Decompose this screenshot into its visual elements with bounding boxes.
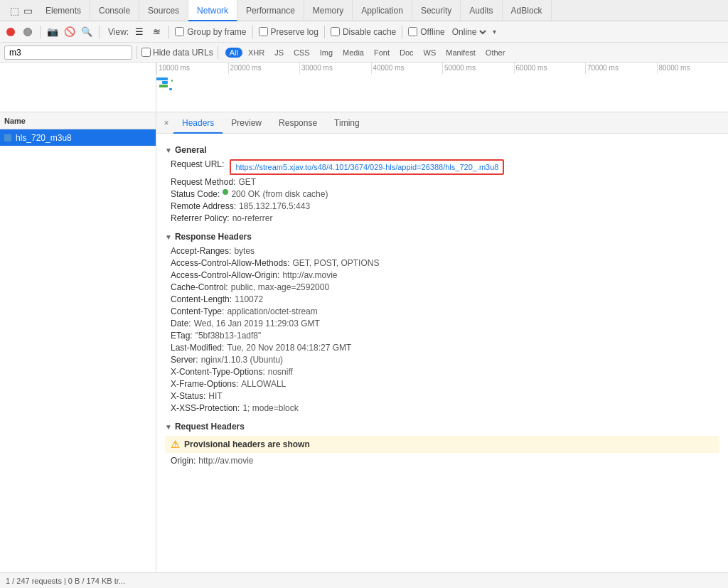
preserve-log-checkbox[interactable]: Preserve log — [259, 27, 318, 37]
details-tabs: × Headers Preview Response Timing — [156, 112, 728, 134]
last-modified-row: Last-Modified: Tue, 20 Nov 2018 04:18:27… — [165, 343, 719, 353]
filter-tag-manifest[interactable]: Manifest — [441, 48, 480, 58]
tab-sources[interactable]: Sources — [139, 0, 188, 21]
tab-security[interactable]: Security — [412, 0, 461, 21]
timeline-ruler: 10000 ms 20000 ms 30000 ms 40000 ms 5000… — [156, 63, 728, 74]
ruler-mark-0: 10000 ms — [156, 63, 228, 74]
filter-tag-xhr[interactable]: XHR — [244, 48, 269, 58]
response-headers-section-header[interactable]: ▼ Response Headers — [165, 232, 719, 242]
tab-headers[interactable]: Headers — [173, 112, 223, 134]
throttle-arrow: ▾ — [493, 28, 496, 36]
tab-timing[interactable]: Timing — [326, 112, 368, 134]
xxss-row: X-XSS-Protection: 1; mode=block — [165, 403, 719, 413]
hide-data-urls-input[interactable] — [141, 48, 151, 57]
tab-elements[interactable]: Elements — [37, 0, 90, 21]
disable-cache-input[interactable] — [331, 27, 340, 36]
filter-tag-other[interactable]: Other — [481, 48, 510, 58]
group-by-frame-checkbox[interactable]: Group by frame — [175, 27, 246, 37]
tab-preview[interactable]: Preview — [223, 112, 270, 134]
hide-data-urls-checkbox[interactable]: Hide data URLs — [141, 48, 213, 58]
date-key: Date: — [171, 319, 191, 328]
etag-row: ETag: "5bf38b13-1adf8" — [165, 331, 719, 341]
ruler-mark-3: 40000 ms — [371, 63, 443, 74]
xfo-key: X-Frame-Options: — [171, 379, 238, 389]
list-view-button[interactable]: ☰ — [133, 26, 146, 38]
remote-address-key: Remote Address: — [171, 201, 236, 211]
filter-tag-all[interactable]: All — [225, 48, 242, 58]
xstatus-row: X-Status: HIT — [165, 391, 719, 401]
xcto-value: nosniff — [268, 367, 293, 377]
tab-network[interactable]: Network — [188, 0, 237, 21]
details-close-button[interactable]: × — [159, 116, 173, 130]
xcto-key: X-Content-Type-Options: — [171, 367, 265, 377]
tab-response[interactable]: Response — [270, 112, 326, 134]
device-icon[interactable]: ▭ — [23, 5, 33, 16]
filter-tag-media[interactable]: Media — [338, 48, 368, 58]
acao-row: Access-Control-Allow-Origin: http://av.m… — [165, 270, 719, 280]
request-url-key: Request URL: — [171, 159, 224, 169]
offline-label: Offline — [420, 27, 444, 37]
group-by-frame-input[interactable] — [175, 27, 184, 36]
filter-tag-font[interactable]: Font — [370, 48, 394, 58]
record-icon — [6, 28, 15, 36]
warning-icon: ⚠ — [171, 439, 180, 450]
timeline-chart: 10000 ms 20000 ms 30000 ms 40000 ms 5000… — [156, 63, 728, 112]
etag-key: ETag: — [171, 331, 193, 341]
stop-icon — [23, 28, 32, 36]
tab-console[interactable]: Console — [90, 0, 139, 21]
origin-row: Origin: http://av.movie — [165, 456, 719, 466]
throttle-select[interactable]: Online — [449, 26, 488, 38]
camera-button[interactable]: 📷 — [46, 26, 59, 38]
request-url-value[interactable]: https://stream5.xjav.to/s48/4.101/3674/0… — [230, 159, 504, 175]
inspect-icon[interactable]: ⬚ — [10, 5, 19, 16]
search-input[interactable] — [4, 46, 132, 60]
ruler-mark-1: 20000 ms — [228, 63, 300, 74]
status-bar: 1 / 247 requests | 0 B / 174 KB tr... — [0, 572, 728, 588]
tab-audits[interactable]: Audits — [461, 0, 502, 21]
origin-value: http://av.movie — [198, 456, 253, 466]
request-item-hls[interactable]: hls_720_m3u8 — [0, 129, 156, 146]
filter-tag-css[interactable]: CSS — [289, 48, 314, 58]
last-modified-key: Last-Modified: — [171, 343, 224, 353]
filter-tag-img[interactable]: Img — [316, 48, 337, 58]
offline-input[interactable] — [408, 27, 417, 36]
devtools-tabs: ⬚ ▭ Elements Console Sources Network Per… — [0, 0, 728, 21]
acao-key: Access-Control-Allow-Origin: — [171, 270, 279, 280]
acam-value: GET, POST, OPTIONS — [292, 258, 379, 268]
search-button[interactable]: 🔍 — [80, 26, 93, 38]
clear-button[interactable]: 🚫 — [63, 26, 76, 38]
request-item-label: hls_720_m3u8 — [16, 133, 72, 143]
tab-performance[interactable]: Performance — [237, 0, 304, 21]
filter-tag-js[interactable]: JS — [270, 48, 288, 58]
tab-memory[interactable]: Memory — [304, 0, 353, 21]
ruler-mark-7: 80000 ms — [657, 63, 729, 74]
response-headers-arrow: ▼ — [165, 233, 172, 241]
headers-content: ▼ General Request URL: https://stream5.x… — [156, 134, 728, 474]
offline-checkbox[interactable]: Offline — [408, 27, 444, 37]
request-headers-section-header[interactable]: ▼ Request Headers — [165, 422, 719, 432]
content-type-key: Content-Type: — [171, 306, 224, 316]
filter-tag-ws[interactable]: WS — [419, 48, 441, 58]
record-button[interactable] — [4, 26, 17, 38]
acam-row: Access-Control-Allow-Methods: GET, POST,… — [165, 258, 719, 268]
general-arrow: ▼ — [165, 146, 172, 154]
timeline-bars — [156, 74, 728, 112]
camera-icon: 📷 — [47, 26, 58, 37]
status-code-row: Status Code: 200 OK (from disk cache) — [165, 189, 719, 199]
accept-ranges-key: Accept-Ranges: — [171, 246, 231, 256]
preserve-log-input[interactable] — [259, 27, 268, 36]
waterfall-view-button[interactable]: ≋ — [150, 26, 163, 38]
acao-value: http://av.movie — [282, 270, 337, 280]
tab-application[interactable]: Application — [353, 0, 412, 21]
status-code-key: Status Code: — [171, 189, 220, 199]
cache-control-row: Cache-Control: public, max-age=2592000 — [165, 282, 719, 292]
disable-cache-checkbox[interactable]: Disable cache — [331, 27, 396, 37]
stop-button[interactable] — [21, 26, 34, 38]
hide-data-urls-label: Hide data URLs — [153, 48, 213, 58]
filter-tag-doc[interactable]: Doc — [395, 48, 418, 58]
disable-cache-label: Disable cache — [343, 27, 396, 37]
general-section-header[interactable]: ▼ General — [165, 145, 719, 155]
tab-adblock[interactable]: AdBlock — [503, 0, 552, 21]
referrer-policy-row: Referrer Policy: no-referrer — [165, 213, 719, 223]
content-type-value: application/octet-stream — [227, 306, 317, 316]
